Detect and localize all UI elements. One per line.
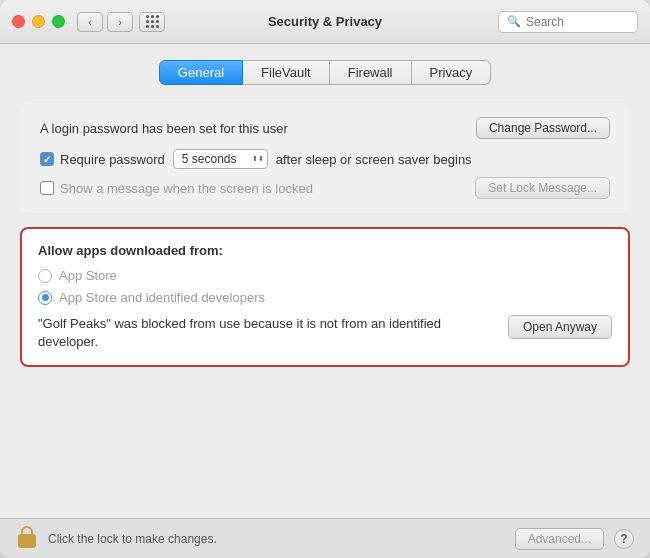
require-password-checkbox[interactable] xyxy=(40,152,54,166)
radio-app-store-button[interactable] xyxy=(38,269,52,283)
radio-app-store-developers[interactable]: App Store and identified developers xyxy=(38,290,612,305)
search-icon: 🔍 xyxy=(507,15,521,28)
open-anyway-button[interactable]: Open Anyway xyxy=(508,315,612,339)
show-message-label: Show a message when the screen is locked xyxy=(60,181,313,196)
radio-app-store-developers-button[interactable] xyxy=(38,291,52,305)
show-message-checkbox[interactable] xyxy=(40,181,54,195)
close-button[interactable] xyxy=(12,15,25,28)
require-password-checkbox-wrapper[interactable]: Require password xyxy=(40,152,165,167)
allow-apps-section: Allow apps downloaded from: App Store Ap… xyxy=(20,227,630,367)
title-bar: ‹ › Security & Privacy 🔍 xyxy=(0,0,650,44)
window-title: Security & Privacy xyxy=(268,14,382,29)
change-password-button[interactable]: Change Password... xyxy=(476,117,610,139)
traffic-lights xyxy=(12,15,65,28)
radio-app-store-label: App Store xyxy=(59,268,117,283)
password-delay-dropdown-container[interactable]: 5 seconds immediately 1 minute 5 minutes xyxy=(173,149,268,169)
forward-button[interactable]: › xyxy=(107,12,133,32)
login-password-text: A login password has been set for this u… xyxy=(40,121,288,136)
show-message-row: Show a message when the screen is locked… xyxy=(40,177,610,199)
search-bar[interactable]: 🔍 xyxy=(498,11,638,33)
back-button[interactable]: ‹ xyxy=(77,12,103,32)
search-input[interactable] xyxy=(526,15,629,29)
require-password-row: Require password 5 seconds immediately 1… xyxy=(40,149,610,169)
lock-shackle xyxy=(21,526,33,534)
advanced-button[interactable]: Advanced... xyxy=(515,528,604,550)
radio-app-store[interactable]: App Store xyxy=(38,268,612,283)
tab-general[interactable]: General xyxy=(159,60,243,85)
maximize-button[interactable] xyxy=(52,15,65,28)
tabs-bar: General FileVault Firewall Privacy xyxy=(20,60,630,85)
options-panel: A login password has been set for this u… xyxy=(20,103,630,213)
nav-buttons: ‹ › xyxy=(77,12,133,32)
grid-button[interactable] xyxy=(139,12,165,32)
help-button[interactable]: ? xyxy=(614,529,634,549)
allow-apps-title: Allow apps downloaded from: xyxy=(38,243,612,258)
set-lock-message-button[interactable]: Set Lock Message... xyxy=(475,177,610,199)
require-password-label: Require password xyxy=(60,152,165,167)
content-area: General FileVault Firewall Privacy A log… xyxy=(0,44,650,518)
tab-filevault[interactable]: FileVault xyxy=(243,60,330,85)
bottom-bar: Click the lock to make changes. Advanced… xyxy=(0,518,650,558)
blocked-app-row: "Golf Peaks" was blocked from use becaus… xyxy=(38,315,612,351)
lock-icon[interactable] xyxy=(16,526,38,552)
radio-app-store-developers-label: App Store and identified developers xyxy=(59,290,265,305)
window: ‹ › Security & Privacy 🔍 General FileVau… xyxy=(0,0,650,558)
lock-body xyxy=(18,534,36,548)
lock-text: Click the lock to make changes. xyxy=(48,532,505,546)
blocked-app-text: "Golf Peaks" was blocked from use becaus… xyxy=(38,315,496,351)
tab-firewall[interactable]: Firewall xyxy=(330,60,412,85)
password-delay-dropdown[interactable]: 5 seconds immediately 1 minute 5 minutes xyxy=(173,149,268,169)
tab-privacy[interactable]: Privacy xyxy=(412,60,492,85)
after-sleep-text: after sleep or screen saver begins xyxy=(276,152,472,167)
minimize-button[interactable] xyxy=(32,15,45,28)
login-password-row: A login password has been set for this u… xyxy=(40,117,610,139)
